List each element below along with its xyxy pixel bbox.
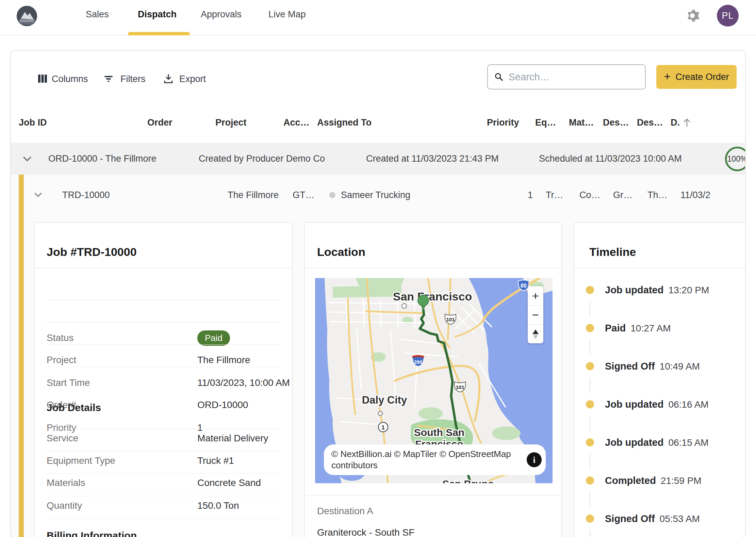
columns-button[interactable]: Columns <box>52 73 88 85</box>
map-label-south-san: South San <box>414 427 464 438</box>
job-row-materials: Co… <box>579 190 601 200</box>
map-label-san-bruno: San Bruno <box>442 478 494 483</box>
search-input[interactable] <box>509 71 639 83</box>
job-row-dest-b: Th… <box>647 190 668 200</box>
filters-icon <box>103 73 114 84</box>
col-header-project[interactable]: Project <box>215 117 247 128</box>
timeline-connector <box>589 302 591 316</box>
filters-button[interactable]: Filters <box>120 73 146 85</box>
job-expand-chevron-icon[interactable] <box>34 193 42 197</box>
export-button[interactable]: Export <box>179 73 206 85</box>
order-created-by: Created by Producer Demo Co <box>199 153 325 164</box>
col-header-dest-1[interactable]: Des… <box>603 117 629 128</box>
company-logo <box>16 5 38 27</box>
divider <box>47 322 281 322</box>
col-header-order[interactable]: Order <box>147 117 172 128</box>
tab-live-map[interactable]: Live Map <box>268 9 306 20</box>
timeline-connector <box>589 378 591 393</box>
job-row-id[interactable]: TRD-10000 <box>62 190 110 200</box>
zoom-out-button[interactable]: − <box>528 305 543 324</box>
info-icon[interactable]: i <box>527 452 542 467</box>
tab-sales[interactable]: Sales <box>86 9 109 20</box>
divider <box>305 495 561 495</box>
timeline-connector <box>589 340 591 355</box>
col-header-assigned-to[interactable]: Assigned To <box>317 117 372 128</box>
search-field[interactable] <box>487 64 646 90</box>
job-row-account: GT… <box>293 190 315 200</box>
location-panel: Location <box>304 222 562 537</box>
active-tab-underline <box>128 32 190 35</box>
order-expand-chevron-icon[interactable] <box>23 156 32 162</box>
timeline-event: Signed Off05:53 AM <box>605 511 700 526</box>
selected-order-accent-bar <box>19 175 24 537</box>
route-map[interactable]: San Francisco Daly City South San Franci… <box>315 278 553 483</box>
status-badge: Paid <box>197 330 230 346</box>
col-header-materials[interactable]: Mat… <box>569 117 594 128</box>
col-header-equipment[interactable]: Eq… <box>535 117 556 128</box>
materials-row: Materials Concrete Sand <box>47 477 281 492</box>
divider <box>47 299 281 300</box>
create-order-button[interactable]: + Create Order <box>656 65 737 89</box>
user-avatar[interactable]: PL <box>717 5 739 27</box>
timeline-event: Job updated06:16 AM <box>605 397 709 412</box>
timeline-dot <box>586 476 594 485</box>
job-panel-title: Job #TRD-10000 <box>47 244 137 259</box>
app-screen: Sales Dispatch Approvals Live Map PL Col… <box>0 0 756 537</box>
timeline-connector <box>589 492 591 507</box>
search-icon <box>494 71 504 82</box>
job-start-time-row: Start Time 11/03/2023, 10:00 AM <box>47 377 281 392</box>
job-row-project: The Fillmore <box>228 190 279 200</box>
dispatch-board-card: Columns Filters Export + Create Order Jo… <box>10 50 746 537</box>
divider <box>47 473 281 474</box>
sort-ascending-icon[interactable] <box>682 117 692 128</box>
map-label-daly-city: Daly City <box>362 394 407 406</box>
timeline-panel: Timeline Job updated13:20 PM Paid10:27 A… <box>574 222 746 537</box>
export-icon <box>163 73 174 84</box>
equipment-type-row: Equipment Type Truck #1 <box>47 455 281 470</box>
divider <box>47 428 281 429</box>
quantity-row: Quantity 150.0 Ton <box>47 500 281 515</box>
col-header-priority[interactable]: Priority <box>487 117 519 128</box>
order-created-at: Created at 11/03/2023 21:43 PM <box>366 153 499 164</box>
svg-text:80: 80 <box>521 283 527 289</box>
svg-text:280: 280 <box>414 359 422 365</box>
timeline-event: Paid10:27 AM <box>605 321 671 336</box>
service-row: Service Material Delivery <box>47 432 281 447</box>
map-attribution: © NextBillion.ai © MapTiler © OpenStreet… <box>324 444 546 475</box>
timeline-panel-title: Timeline <box>589 244 636 259</box>
order-scheduled-at: Scheduled at 11/03/2023 10:00 AM <box>539 153 682 164</box>
zoom-in-button[interactable]: + <box>528 286 543 305</box>
divider <box>47 367 281 367</box>
job-row-dest-a: Gr… <box>613 190 632 200</box>
tab-dispatch[interactable]: Dispatch <box>138 9 177 20</box>
svg-text:101: 101 <box>446 316 455 322</box>
col-header-account[interactable]: Acc… <box>283 117 310 128</box>
map-label-san-francisco: San Francisco <box>393 290 472 303</box>
timeline-dot <box>586 362 594 370</box>
assigned-status-dot <box>329 192 335 198</box>
settings-gear-icon[interactable] <box>685 8 700 23</box>
columns-icon <box>37 73 48 84</box>
timeline-event: Signed Off10:49 AM <box>605 359 700 374</box>
timeline-connector <box>589 530 591 537</box>
svg-text:101: 101 <box>456 384 464 390</box>
job-row-equipment: Tr… <box>546 190 563 200</box>
compass-up-arrow-icon <box>532 329 539 334</box>
top-nav: Sales Dispatch Approvals Live Map PL <box>0 0 756 35</box>
col-header-dest-2[interactable]: Des… <box>637 117 663 128</box>
divider <box>47 518 281 519</box>
divider <box>47 344 281 345</box>
order-title: ORD-10000 - The Fillmore <box>48 153 157 164</box>
tab-approvals[interactable]: Approvals <box>201 9 242 20</box>
timeline-dot <box>586 400 594 408</box>
job-row-date: 11/03/2 <box>680 190 710 200</box>
map-zoom-control: + − <box>528 286 543 343</box>
compass-button[interactable] <box>528 324 543 343</box>
order-row[interactable]: ORD-10000 - The Fillmore Created by Prod… <box>11 143 745 175</box>
divider <box>47 496 281 496</box>
col-header-job-id[interactable]: Job ID <box>19 117 47 128</box>
col-header-date[interactable]: D. <box>671 117 680 128</box>
divider <box>47 451 281 451</box>
timeline-event: Completed21:59 PM <box>605 473 702 488</box>
job-details-heading: Job Details <box>47 402 101 413</box>
